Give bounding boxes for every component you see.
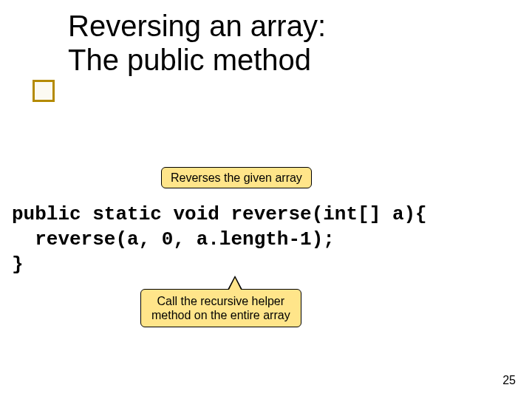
code-line-3: } xyxy=(12,253,24,276)
title-line-2: The public method xyxy=(68,44,311,76)
slide-number: 25 xyxy=(502,374,516,387)
callout-top-text: Reverses the given array xyxy=(171,171,302,184)
slide-title: Reversing an array: The public method xyxy=(68,9,326,77)
title-bullet xyxy=(33,80,55,102)
callout-recursive-helper: Call the recursive helper method on the … xyxy=(140,289,301,327)
callout-reverses-array: Reverses the given array xyxy=(161,167,312,188)
callout-bottom-line-1: Call the recursive helper xyxy=(157,295,285,307)
code-line-2: reverse(a, 0, a.length-1); xyxy=(12,228,335,250)
title-line-1: Reversing an array: xyxy=(68,10,326,42)
code-block: public static void reverse(int[] a){ rev… xyxy=(12,202,427,277)
code-line-1: public static void reverse(int[] a){ xyxy=(12,203,427,225)
callout-arrow xyxy=(229,278,241,290)
callout-bottom-line-2: method on the entire array xyxy=(151,309,290,321)
